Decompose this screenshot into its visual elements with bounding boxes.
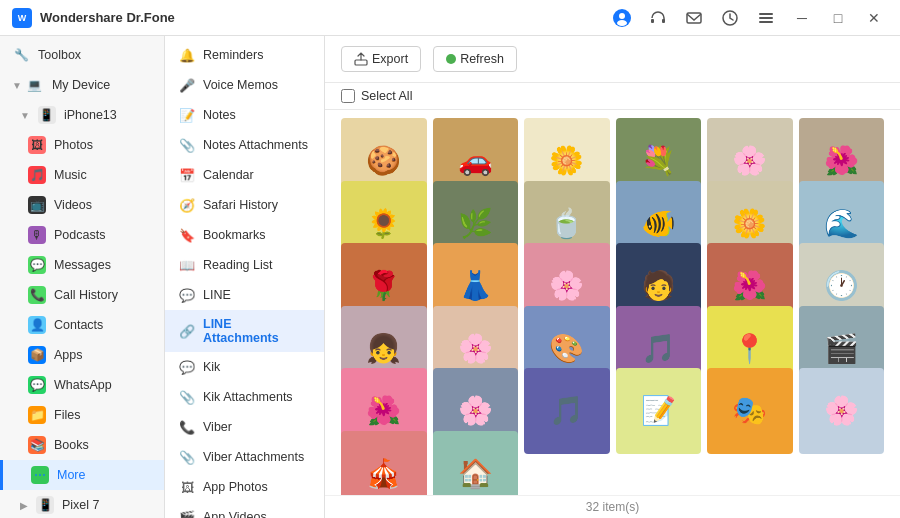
nav-label-notes-attachments: Notes Attachments <box>203 138 308 152</box>
sidebar-label-iphone13: iPhone13 <box>64 108 117 122</box>
pixel7-icon: 📱 <box>36 496 54 514</box>
sidebar-item-pixel7[interactable]: ▶ 📱 Pixel 7 <box>0 490 164 518</box>
sidebar-item-files[interactable]: 📁 Files <box>0 400 164 430</box>
minimize-button[interactable]: ─ <box>788 4 816 32</box>
sidebar-item-podcasts[interactable]: 🎙 Podcasts <box>0 220 164 250</box>
contacts-icon: 👤 <box>28 316 46 334</box>
voice-memos-icon: 🎤 <box>179 77 195 93</box>
notes-icon: 📝 <box>179 107 195 123</box>
reading-icon: 📖 <box>179 257 195 273</box>
titlebar-right: ─ □ ✕ <box>608 4 888 32</box>
sidebar-label-more: More <box>57 468 85 482</box>
nav-item-viber-attachments[interactable]: 📎 Viber Attachments <box>165 442 324 472</box>
nav-label-app-videos: App Videos <box>203 510 267 518</box>
sidebar-label-whatsapp: WhatsApp <box>54 378 112 392</box>
nav-item-viber[interactable]: 📞 Viber <box>165 412 324 442</box>
nav-label-reading-list: Reading List <box>203 258 273 272</box>
kik-attach-icon: 📎 <box>179 389 195 405</box>
sidebar-item-music[interactable]: 🎵 Music <box>0 160 164 190</box>
sidebar-item-books[interactable]: 📚 Books <box>0 430 164 460</box>
main-layout: 🔧 Toolbox ▼ 💻 My Device ▼ 📱 iPhone13 🖼 P… <box>0 36 900 518</box>
sidebar-label-pixel7: Pixel 7 <box>62 498 100 512</box>
app-videos-icon: 🎬 <box>179 509 195 518</box>
refresh-button[interactable]: Refresh <box>433 46 517 72</box>
close-button[interactable]: ✕ <box>860 4 888 32</box>
headset-icon[interactable] <box>644 4 672 32</box>
sidebar: 🔧 Toolbox ▼ 💻 My Device ▼ 📱 iPhone13 🖼 P… <box>0 36 165 518</box>
photo-item-31[interactable]: 🎪 <box>341 431 427 496</box>
select-all-checkbox[interactable] <box>341 89 355 103</box>
nav-item-kik-attachments[interactable]: 📎 Kik Attachments <box>165 382 324 412</box>
middle-nav: 🔔 Reminders 🎤 Voice Memos 📝 Notes 📎 Note… <box>165 36 325 518</box>
sidebar-item-toolbox[interactable]: 🔧 Toolbox <box>0 40 164 70</box>
sidebar-item-my-device[interactable]: ▼ 💻 My Device <box>0 70 164 100</box>
sidebar-item-call-history[interactable]: 📞 Call History <box>0 280 164 310</box>
refresh-label: Refresh <box>460 52 504 66</box>
app-photos-icon: 🖼 <box>179 479 195 495</box>
photos-icon: 🖼 <box>28 136 46 154</box>
nav-item-bookmarks[interactable]: 🔖 Bookmarks <box>165 220 324 250</box>
sidebar-label-podcasts: Podcasts <box>54 228 105 242</box>
nav-item-app-photos[interactable]: 🖼 App Photos <box>165 472 324 502</box>
nav-item-line-attachments[interactable]: 🔗 LINE Attachments <box>165 310 324 352</box>
profile-icon[interactable] <box>608 4 636 32</box>
mail-icon[interactable] <box>680 4 708 32</box>
nav-label-kik: Kik <box>203 360 220 374</box>
photo-item-29[interactable]: 🎭 <box>707 368 793 454</box>
nav-item-notes[interactable]: 📝 Notes <box>165 100 324 130</box>
messages-icon: 💬 <box>28 256 46 274</box>
history-icon[interactable] <box>716 4 744 32</box>
app-logo: W <box>12 8 32 28</box>
sidebar-item-videos[interactable]: 📺 Videos <box>0 190 164 220</box>
nav-label-notes: Notes <box>203 108 236 122</box>
photo-item-28[interactable]: 📝 <box>616 368 702 454</box>
sidebar-label-apps: Apps <box>54 348 83 362</box>
sidebar-item-iphone13[interactable]: ▼ 📱 iPhone13 <box>0 100 164 130</box>
chevron-right2-icon: ▶ <box>20 500 28 511</box>
sidebar-label-contacts: Contacts <box>54 318 103 332</box>
nav-item-reminders[interactable]: 🔔 Reminders <box>165 40 324 70</box>
music-icon: 🎵 <box>28 166 46 184</box>
nav-item-voice-memos[interactable]: 🎤 Voice Memos <box>165 70 324 100</box>
maximize-button[interactable]: □ <box>824 4 852 32</box>
content-area: Export Refresh Select All 🍪🚗🌼💐🌸🌺🌻🌿🍵🐠🌼🌊🌹👗… <box>325 36 900 518</box>
sidebar-label-music: Music <box>54 168 87 182</box>
sidebar-item-contacts[interactable]: 👤 Contacts <box>0 310 164 340</box>
bookmarks-icon: 🔖 <box>179 227 195 243</box>
select-all-row: Select All <box>325 83 900 110</box>
sidebar-item-messages[interactable]: 💬 Messages <box>0 250 164 280</box>
kik-icon: 💬 <box>179 359 195 375</box>
svg-rect-11 <box>759 21 773 23</box>
nav-item-notes-attachments[interactable]: 📎 Notes Attachments <box>165 130 324 160</box>
item-count: 32 item(s) <box>586 500 639 514</box>
reminders-icon: 🔔 <box>179 47 195 63</box>
notes-attach-icon: 📎 <box>179 137 195 153</box>
nav-label-app-photos: App Photos <box>203 480 268 494</box>
viber-icon: 📞 <box>179 419 195 435</box>
refresh-status-icon <box>446 54 456 64</box>
nav-item-reading-list[interactable]: 📖 Reading List <box>165 250 324 280</box>
nav-item-kik[interactable]: 💬 Kik <box>165 352 324 382</box>
my-device-icon: 💻 <box>26 76 44 94</box>
nav-label-line-attachments: LINE Attachments <box>203 317 310 345</box>
sidebar-item-photos[interactable]: 🖼 Photos <box>0 130 164 160</box>
sidebar-item-whatsapp[interactable]: 💬 WhatsApp <box>0 370 164 400</box>
menu-icon[interactable] <box>752 4 780 32</box>
sidebar-item-more[interactable]: ⋯ More <box>0 460 164 490</box>
nav-item-safari-history[interactable]: 🧭 Safari History <box>165 190 324 220</box>
nav-label-kik-attachments: Kik Attachments <box>203 390 293 404</box>
svg-point-4 <box>617 20 627 26</box>
photo-item-32[interactable]: 🏠 <box>433 431 519 496</box>
apps-icon: 📦 <box>28 346 46 364</box>
nav-item-line[interactable]: 💬 LINE <box>165 280 324 310</box>
books-icon: 📚 <box>28 436 46 454</box>
photo-grid: 🍪🚗🌼💐🌸🌺🌻🌿🍵🐠🌼🌊🌹👗🌸🧑🌺🕐👧🌸🎨🎵📍🎬🌺🌸🎵📝🎭🌸🎪🏠 <box>325 110 900 495</box>
sidebar-item-apps[interactable]: 📦 Apps <box>0 340 164 370</box>
nav-item-app-videos[interactable]: 🎬 App Videos <box>165 502 324 518</box>
nav-item-calendar[interactable]: 📅 Calendar <box>165 160 324 190</box>
photo-item-30[interactable]: 🌸 <box>799 368 885 454</box>
photo-item-27[interactable]: 🎵 <box>524 368 610 454</box>
export-button[interactable]: Export <box>341 46 421 72</box>
sidebar-label-toolbox: Toolbox <box>38 48 81 62</box>
titlebar: W Wondershare Dr.Fone ─ □ ✕ <box>0 0 900 36</box>
